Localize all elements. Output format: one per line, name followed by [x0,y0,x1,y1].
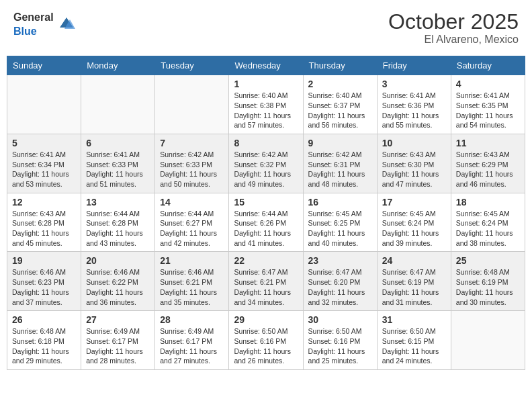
calendar-week-row: 5Sunrise: 6:41 AMSunset: 6:34 PMDaylight… [7,134,525,193]
day-number: 16 [308,197,372,208]
day-number: 23 [308,255,372,266]
day-number: 5 [12,138,76,148]
calendar-cell: 16Sunrise: 6:45 AMSunset: 6:25 PMDayligh… [303,193,377,252]
day-info: Sunrise: 6:47 AMSunset: 6:21 PMDaylight:… [234,267,298,307]
calendar-cell [451,311,525,370]
weekday-header-thursday: Thursday [303,56,377,75]
calendar-cell: 15Sunrise: 6:44 AMSunset: 6:26 PMDayligh… [229,193,303,252]
day-number: 9 [308,138,372,148]
calendar-cell: 26Sunrise: 6:48 AMSunset: 6:18 PMDayligh… [7,311,81,370]
day-info: Sunrise: 6:42 AMSunset: 6:33 PMDaylight:… [160,150,224,189]
calendar-cell: 27Sunrise: 6:49 AMSunset: 6:17 PMDayligh… [81,311,155,370]
day-number: 18 [456,197,520,208]
day-info: Sunrise: 6:41 AMSunset: 6:35 PMDaylight:… [456,91,520,130]
calendar-cell: 21Sunrise: 6:46 AMSunset: 6:21 PMDayligh… [155,252,229,311]
day-info: Sunrise: 6:44 AMSunset: 6:26 PMDaylight:… [234,209,298,248]
day-info: Sunrise: 6:40 AMSunset: 6:38 PMDaylight:… [234,91,298,130]
day-info: Sunrise: 6:41 AMSunset: 6:36 PMDaylight:… [382,91,446,130]
calendar-cell: 17Sunrise: 6:45 AMSunset: 6:24 PMDayligh… [377,193,451,252]
day-info: Sunrise: 6:45 AMSunset: 6:24 PMDaylight:… [382,209,446,248]
calendar-cell: 23Sunrise: 6:47 AMSunset: 6:20 PMDayligh… [303,252,377,311]
day-number: 17 [382,197,446,208]
calendar-cell: 1Sunrise: 6:40 AMSunset: 6:38 PMDaylight… [229,75,303,134]
day-info: Sunrise: 6:42 AMSunset: 6:31 PMDaylight:… [308,150,372,189]
calendar-cell: 14Sunrise: 6:44 AMSunset: 6:27 PMDayligh… [155,193,229,252]
calendar-cell: 19Sunrise: 6:46 AMSunset: 6:23 PMDayligh… [7,252,81,311]
day-number: 8 [234,138,298,148]
calendar-cell: 31Sunrise: 6:50 AMSunset: 6:15 PMDayligh… [377,311,451,370]
day-number: 19 [12,255,76,266]
day-number: 25 [456,255,520,266]
day-number: 24 [382,255,446,266]
day-number: 14 [160,197,224,208]
calendar-cell: 30Sunrise: 6:50 AMSunset: 6:16 PMDayligh… [303,311,377,370]
weekday-header-saturday: Saturday [451,56,525,75]
calendar-cell: 9Sunrise: 6:42 AMSunset: 6:31 PMDaylight… [303,134,377,193]
day-number: 12 [12,197,76,208]
calendar-cell: 24Sunrise: 6:47 AMSunset: 6:19 PMDayligh… [377,252,451,311]
calendar-cell: 5Sunrise: 6:41 AMSunset: 6:34 PMDaylight… [7,134,81,193]
day-info: Sunrise: 6:48 AMSunset: 6:19 PMDaylight:… [456,267,520,307]
logo-icon [56,14,77,34]
day-number: 6 [86,138,150,148]
day-number: 29 [234,314,298,325]
day-number: 11 [456,138,520,148]
day-info: Sunrise: 6:43 AMSunset: 6:30 PMDaylight:… [382,150,446,189]
day-number: 7 [160,138,224,148]
day-info: Sunrise: 6:49 AMSunset: 6:17 PMDaylight:… [86,326,150,366]
day-number: 10 [382,138,446,148]
calendar-cell: 28Sunrise: 6:49 AMSunset: 6:17 PMDayligh… [155,311,229,370]
calendar-cell: 18Sunrise: 6:45 AMSunset: 6:24 PMDayligh… [451,193,525,252]
page-header: General Blue October 2025 El Alvareno, M… [7,7,525,49]
day-number: 13 [86,197,150,208]
day-number: 15 [234,197,298,208]
day-number: 21 [160,255,224,266]
calendar-week-row: 26Sunrise: 6:48 AMSunset: 6:18 PMDayligh… [7,311,525,370]
month-title: October 2025 [388,10,519,34]
logo-blue-text: Blue [13,26,37,37]
calendar-week-row: 1Sunrise: 6:40 AMSunset: 6:38 PMDaylight… [7,75,525,134]
day-number: 22 [234,255,298,266]
logo: General Blue [13,10,77,38]
day-number: 31 [382,314,446,325]
calendar-cell: 11Sunrise: 6:43 AMSunset: 6:29 PMDayligh… [451,134,525,193]
calendar-cell: 6Sunrise: 6:41 AMSunset: 6:33 PMDaylight… [81,134,155,193]
day-number: 3 [382,79,446,89]
calendar-cell: 13Sunrise: 6:44 AMSunset: 6:28 PMDayligh… [81,193,155,252]
day-info: Sunrise: 6:40 AMSunset: 6:37 PMDaylight:… [308,91,372,130]
day-number: 2 [308,79,372,89]
title-section: October 2025 El Alvareno, Mexico [388,10,519,46]
calendar-cell: 29Sunrise: 6:50 AMSunset: 6:16 PMDayligh… [229,311,303,370]
calendar-week-row: 12Sunrise: 6:43 AMSunset: 6:28 PMDayligh… [7,193,525,252]
weekday-header-tuesday: Tuesday [155,56,229,75]
day-info: Sunrise: 6:50 AMSunset: 6:15 PMDaylight:… [382,326,446,366]
calendar-week-row: 19Sunrise: 6:46 AMSunset: 6:23 PMDayligh… [7,252,525,311]
calendar-cell: 22Sunrise: 6:47 AMSunset: 6:21 PMDayligh… [229,252,303,311]
calendar-cell [81,75,155,134]
day-info: Sunrise: 6:43 AMSunset: 6:28 PMDaylight:… [12,209,76,248]
calendar-cell: 12Sunrise: 6:43 AMSunset: 6:28 PMDayligh… [7,193,81,252]
day-number: 1 [234,79,298,89]
calendar-header-row: SundayMondayTuesdayWednesdayThursdayFrid… [7,56,525,75]
weekday-header-friday: Friday [377,56,451,75]
logo-general-text: General [13,11,54,23]
day-number: 26 [12,314,76,325]
day-info: Sunrise: 6:47 AMSunset: 6:19 PMDaylight:… [382,267,446,307]
day-info: Sunrise: 6:46 AMSunset: 6:23 PMDaylight:… [12,267,76,307]
calendar-cell: 7Sunrise: 6:42 AMSunset: 6:33 PMDaylight… [155,134,229,193]
day-number: 30 [308,314,372,325]
day-info: Sunrise: 6:43 AMSunset: 6:29 PMDaylight:… [456,150,520,189]
calendar-cell [155,75,229,134]
day-info: Sunrise: 6:41 AMSunset: 6:34 PMDaylight:… [12,150,76,189]
day-number: 4 [456,79,520,89]
day-info: Sunrise: 6:45 AMSunset: 6:24 PMDaylight:… [456,209,520,248]
weekday-header-sunday: Sunday [7,56,81,75]
calendar-cell: 2Sunrise: 6:40 AMSunset: 6:37 PMDaylight… [303,75,377,134]
day-info: Sunrise: 6:46 AMSunset: 6:22 PMDaylight:… [86,267,150,307]
day-info: Sunrise: 6:41 AMSunset: 6:33 PMDaylight:… [86,150,150,189]
calendar-cell: 4Sunrise: 6:41 AMSunset: 6:35 PMDaylight… [451,75,525,134]
day-info: Sunrise: 6:44 AMSunset: 6:27 PMDaylight:… [160,209,224,248]
day-info: Sunrise: 6:47 AMSunset: 6:20 PMDaylight:… [308,267,372,307]
day-info: Sunrise: 6:42 AMSunset: 6:32 PMDaylight:… [234,150,298,189]
calendar-cell: 10Sunrise: 6:43 AMSunset: 6:30 PMDayligh… [377,134,451,193]
